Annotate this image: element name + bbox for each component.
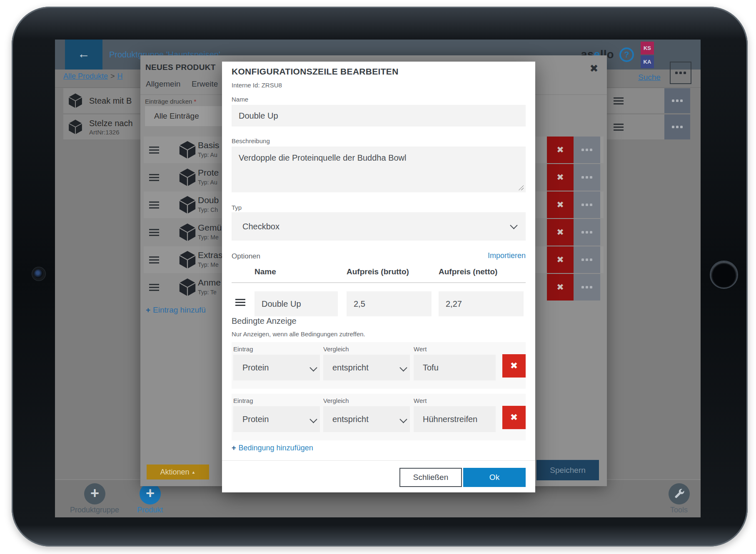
- drag-handle-icon[interactable]: [149, 284, 159, 291]
- close-icon[interactable]: ✖: [587, 61, 601, 75]
- entry-more-button[interactable]: [574, 164, 600, 191]
- badge-ka[interactable]: KA: [641, 55, 654, 68]
- breadcrumb-separator: >: [110, 72, 115, 80]
- cube-icon: [178, 223, 197, 242]
- value-label: Wert: [414, 345, 427, 353]
- entry-more-button[interactable]: [574, 274, 600, 301]
- drag-handle-icon[interactable]: [149, 147, 159, 154]
- entry-label: Eintrag: [233, 397, 253, 404]
- entry-select[interactable]: Protein: [233, 406, 320, 432]
- home-button[interactable]: [710, 261, 738, 289]
- option-name-input[interactable]: Double Up: [254, 291, 338, 316]
- condition-row: Eintrag Vergleich Wert Protein entsprich…: [232, 342, 526, 389]
- delete-entry-button[interactable]: ✖: [547, 137, 574, 163]
- drag-handle-icon[interactable]: [149, 256, 159, 263]
- table-divider: [232, 282, 526, 283]
- remove-condition-button[interactable]: ✖: [502, 354, 526, 378]
- ellipsis-icon: [664, 88, 690, 113]
- tools-button[interactable]: [669, 483, 690, 504]
- col-header-netto: Aufpreis (netto): [439, 267, 497, 276]
- entry-name: Extras: [198, 250, 223, 261]
- add-productgroup-label: Produktgruppe: [63, 506, 126, 514]
- entry-more-button[interactable]: [574, 137, 600, 163]
- print-entries-text: Einträge drucken: [145, 98, 194, 105]
- entry-text: Prote Typ: Au: [198, 167, 219, 186]
- row-more-button[interactable]: [664, 114, 690, 139]
- delete-entry-button[interactable]: ✖: [547, 274, 574, 301]
- entry-name: Anme: [198, 277, 221, 288]
- option-brutto-input[interactable]: 2,5: [347, 291, 432, 316]
- ellipsis-icon: [574, 137, 600, 163]
- entry-more-button[interactable]: [574, 191, 600, 218]
- value-input[interactable]: Tofu: [414, 355, 496, 380]
- screen: ← Produktgruppe 'Hauptspeisen' asello ? …: [55, 40, 701, 517]
- name-input[interactable]: Double Up: [232, 105, 526, 127]
- drag-handle-icon[interactable]: [149, 229, 159, 236]
- drag-handle-icon[interactable]: [149, 201, 159, 209]
- delete-entry-button[interactable]: ✖: [547, 219, 574, 246]
- edit-configuration-dialog: KONFIGURATIONSZEILE BEARBEITEN Interne I…: [222, 62, 535, 492]
- ok-button[interactable]: Ok: [463, 468, 526, 487]
- delete-entry-button[interactable]: ✖: [547, 191, 574, 218]
- value-input[interactable]: Hühnerstreifen: [414, 406, 496, 432]
- entry-text: Anme Typ: Te: [198, 277, 221, 296]
- row-more-button[interactable]: [664, 88, 690, 113]
- option-netto-input[interactable]: 2,27: [439, 291, 524, 316]
- add-condition-link[interactable]: +Bedingung hinzufügen: [232, 444, 313, 452]
- name-label: Name: [232, 96, 248, 103]
- product-name: Steak mit B: [89, 88, 132, 113]
- description-textarea[interactable]: Verdopple die Proteinquelle der Buddha B…: [232, 147, 526, 192]
- entry-name: Prote: [198, 167, 219, 178]
- entry-more-button[interactable]: [574, 219, 600, 246]
- ellipsis-icon: [574, 191, 600, 218]
- delete-entry-button[interactable]: ✖: [547, 164, 574, 191]
- add-entry-link[interactable]: +Eintrag hinzufü: [146, 306, 206, 315]
- search-link[interactable]: Suche: [638, 73, 661, 82]
- drag-handle-icon[interactable]: [614, 124, 624, 131]
- entry-name: Gemü: [198, 222, 222, 233]
- plus-icon: +: [232, 444, 236, 452]
- type-label: Typ: [232, 204, 242, 211]
- tab-erweitert[interactable]: Erweite: [192, 79, 218, 89]
- entry-type: Typ: Te: [198, 288, 221, 296]
- entry-name: Doub: [198, 195, 219, 206]
- help-icon[interactable]: ?: [619, 47, 634, 62]
- drag-handle-icon[interactable]: [614, 97, 624, 104]
- actions-button[interactable]: Aktionen ▲: [147, 465, 209, 479]
- entry-type: Typ: Au: [198, 151, 219, 159]
- drag-handle-icon[interactable]: [149, 174, 159, 181]
- back-button[interactable]: ←: [65, 40, 102, 70]
- compare-select[interactable]: entspricht: [323, 355, 410, 380]
- add-productgroup-button[interactable]: +: [84, 483, 105, 504]
- save-button[interactable]: Speichern: [536, 460, 599, 480]
- entry-type: Typ: Ch: [198, 206, 219, 214]
- ellipsis-icon: [671, 62, 691, 83]
- add-product-button[interactable]: +: [140, 483, 161, 504]
- breadcrumb-all-products[interactable]: Alle Produkte: [63, 72, 108, 80]
- badge-ks[interactable]: KS: [641, 42, 654, 55]
- wrench-icon: [674, 488, 685, 499]
- delete-entry-button[interactable]: ✖: [547, 246, 574, 273]
- entry-select[interactable]: Protein: [233, 355, 320, 380]
- footer-divider: [222, 460, 535, 461]
- entry-more-button[interactable]: [574, 246, 600, 273]
- drag-handle-icon[interactable]: [235, 299, 245, 306]
- add-entry-text: Eintrag hinzufü: [153, 306, 206, 314]
- breadcrumb-current[interactable]: H: [117, 72, 123, 80]
- resize-handle-icon[interactable]: [519, 185, 524, 190]
- page-more-button[interactable]: [670, 62, 691, 84]
- required-asterisk: *: [194, 98, 197, 105]
- type-select[interactable]: Checkbox: [232, 212, 526, 241]
- remove-condition-button[interactable]: ✖: [502, 406, 526, 429]
- tab-allgemein[interactable]: Allgemein: [146, 79, 180, 89]
- compare-select[interactable]: entspricht: [323, 406, 410, 432]
- value-label: Wert: [414, 397, 427, 404]
- entry-label: Eintrag: [233, 345, 253, 353]
- entry-text: Basis Typ: Au: [198, 140, 219, 159]
- cube-icon: [178, 140, 197, 159]
- type-value: Checkbox: [242, 222, 279, 231]
- import-link[interactable]: Importieren: [488, 251, 526, 260]
- condition-row: Eintrag Vergleich Wert Protein entsprich…: [232, 394, 526, 440]
- close-button[interactable]: Schließen: [399, 468, 462, 487]
- add-condition-text: Bedingung hinzufügen: [239, 444, 313, 452]
